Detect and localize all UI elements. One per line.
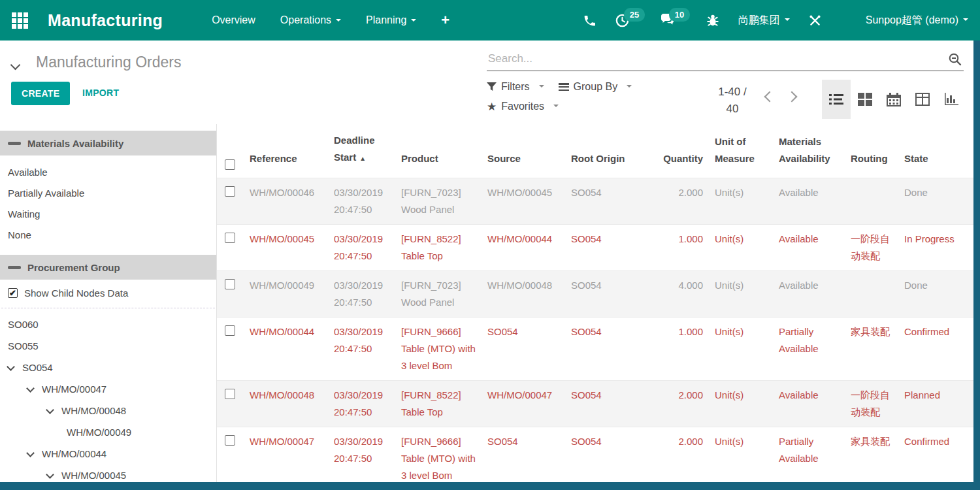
search-options: Filters Group By ★ Favorites — [487, 81, 632, 120]
cell-routing — [849, 178, 903, 224]
favorites-button[interactable]: ★ Favorites — [487, 101, 559, 112]
show-child-nodes-checkbox-row[interactable]: ✔ Show Child Nodes Data — [0, 280, 216, 308]
collapse-dash-icon[interactable] — [8, 142, 21, 145]
cell-reference: WH/MO/00044 — [248, 318, 333, 380]
breadcrumb-collapse-icon[interactable] — [10, 60, 21, 71]
tree-node-so055[interactable]: SO055 — [0, 335, 216, 357]
company-switcher[interactable]: 尚鹏集团 — [738, 14, 790, 27]
cell-routing: 家具装配 — [849, 318, 903, 380]
collapse-dash-icon[interactable] — [8, 266, 21, 269]
pager-next-button[interactable] — [787, 91, 798, 103]
cell-quantity: 2.000 — [648, 178, 713, 224]
view-switch-calendar-button[interactable] — [879, 80, 908, 119]
chevron-down-icon[interactable] — [46, 406, 54, 414]
cell-root-origin: SO054 — [570, 225, 648, 270]
caret-down-icon — [336, 19, 341, 24]
import-button[interactable]: IMPORT — [82, 88, 119, 98]
column-header-quantity[interactable]: Quantity — [648, 145, 713, 178]
bug-icon[interactable] — [706, 13, 720, 27]
column-header-routing[interactable]: Routing — [849, 145, 903, 178]
view-switch-kanban-button[interactable] — [851, 80, 879, 119]
cell-deadline: 03/30/2019 20:47:50 — [333, 381, 400, 427]
messages-icon[interactable]: 10 — [660, 13, 676, 27]
tree-node-wh-mo-00049[interactable]: WH/MO/00049 — [0, 421, 216, 443]
column-header-deadline-start[interactable]: Deadline Start▲ — [333, 127, 400, 178]
chevron-down-icon[interactable] — [26, 449, 35, 457]
cell-state: Planned — [903, 381, 965, 427]
section-header-materials-availability: Materials Availability — [0, 131, 216, 155]
tree-node-wh-mo-00048[interactable]: WH/MO/00048 — [0, 400, 216, 421]
activities-clock-icon[interactable]: 25 — [615, 13, 630, 28]
tree-node-wh-mo-00047[interactable]: WH/MO/00047 — [0, 378, 216, 400]
row-checkbox[interactable] — [225, 325, 235, 336]
column-header-unit-of-measure[interactable]: Unit of Measure — [713, 128, 777, 178]
cell-state: In Progress — [903, 225, 965, 270]
column-header-state[interactable]: State — [903, 145, 965, 178]
table-row-wh-mo-00049[interactable]: WH/MO/0004903/30/2019 20:47:50[FURN_7023… — [217, 270, 973, 317]
row-checkbox[interactable] — [225, 435, 235, 446]
cell-routing: 一阶段自动装配 — [849, 381, 903, 427]
column-header-root-origin[interactable]: Root Origin — [570, 145, 648, 178]
checkbox-checked-icon[interactable]: ✔ — [8, 288, 18, 298]
chevron-down-icon[interactable] — [26, 384, 35, 393]
view-switch-pivot-button[interactable] — [908, 80, 937, 119]
table-row-wh-mo-00044[interactable]: WH/MO/0004403/30/2019 20:47:50[FURN_9666… — [217, 317, 973, 380]
procurement-tree: SO060SO055SO054WH/MO/00047WH/MO/00048WH/… — [0, 308, 216, 482]
row-checkbox[interactable] — [225, 233, 235, 243]
column-header-materials-availability[interactable]: Materials Availability — [777, 128, 849, 178]
apps-menu-icon[interactable] — [12, 12, 28, 29]
chevron-down-icon[interactable] — [7, 363, 15, 371]
filter-none[interactable]: None — [0, 225, 216, 246]
table-body: WH/MO/0004603/30/2019 20:47:50[FURN_7023… — [217, 178, 973, 482]
row-checkbox[interactable] — [225, 389, 235, 399]
cell-source: WH/MO/00047 — [486, 381, 570, 427]
view-switch-list-button[interactable] — [822, 80, 851, 119]
column-header-product[interactable]: Product — [400, 145, 486, 178]
create-button[interactable]: CREATE — [11, 82, 70, 105]
filter-partially-available[interactable]: Partially Available — [0, 183, 216, 204]
caret-down-icon — [411, 19, 416, 24]
cell-root-origin: SO054 — [570, 271, 648, 317]
star-icon: ★ — [487, 101, 497, 112]
navbar-menu-overview[interactable]: Overview — [212, 14, 255, 26]
group-by-button[interactable]: Group By — [559, 81, 632, 93]
tools-icon[interactable] — [808, 14, 822, 27]
cell-root-origin: SO054 — [570, 318, 648, 380]
tree-node-so054[interactable]: SO054 — [0, 357, 216, 378]
table-row-wh-mo-00046[interactable]: WH/MO/0004603/30/2019 20:47:50[FURN_7023… — [217, 178, 973, 224]
row-checkbox[interactable] — [225, 279, 235, 289]
table-row-wh-mo-00048[interactable]: WH/MO/0004803/30/2019 20:47:50[FURN_8522… — [217, 380, 973, 427]
search-icon[interactable] — [948, 52, 962, 67]
cell-state: Confirmed — [903, 427, 965, 482]
column-header-source[interactable]: Source — [486, 145, 570, 178]
cell-availability: Available — [777, 381, 849, 427]
table-row-wh-mo-00047[interactable]: WH/MO/0004703/30/2019 20:47:50[FURN_9666… — [217, 427, 973, 482]
systray: 25 10 尚鹏集团 Sunpop超管 (demo) — [583, 10, 968, 30]
app-title: Manufacturing — [48, 11, 163, 30]
chevron-down-icon[interactable] — [46, 470, 54, 479]
search-box — [487, 48, 964, 71]
filter-available[interactable]: Available — [0, 162, 216, 183]
row-checkbox[interactable] — [225, 186, 235, 197]
tree-node-wh-mo-00044[interactable]: WH/MO/00044 — [0, 443, 216, 465]
search-input[interactable] — [487, 48, 964, 71]
user-menu[interactable]: Sunpop超管 (demo) — [840, 10, 968, 30]
column-header-reference[interactable]: Reference — [248, 145, 333, 178]
navbar-menus: OverviewOperationsPlanning — [212, 14, 416, 26]
add-menu-button[interactable]: + — [441, 12, 449, 29]
navbar-menu-planning[interactable]: Planning — [366, 14, 416, 26]
tree-node-so060[interactable]: SO060 — [0, 314, 216, 335]
view-switch-graph-button[interactable] — [937, 80, 966, 119]
select-all-checkbox[interactable] — [225, 159, 235, 170]
window-right-edge — [973, 41, 980, 490]
table-row-wh-mo-00045[interactable]: WH/MO/0004503/30/2019 20:47:50[FURN_8522… — [217, 224, 973, 270]
pager-previous-button[interactable] — [764, 91, 776, 103]
cell-reference: WH/MO/00046 — [248, 178, 333, 224]
filters-button[interactable]: Filters — [487, 81, 544, 93]
navbar-menu-operations[interactable]: Operations — [280, 14, 341, 26]
voip-phone-icon[interactable] — [583, 14, 596, 27]
filter-waiting[interactable]: Waiting — [0, 204, 216, 225]
list-view-icon — [829, 93, 843, 105]
tree-node-wh-mo-00045[interactable]: WH/MO/00045 — [0, 465, 216, 482]
cell-state: Confirmed — [903, 318, 965, 380]
